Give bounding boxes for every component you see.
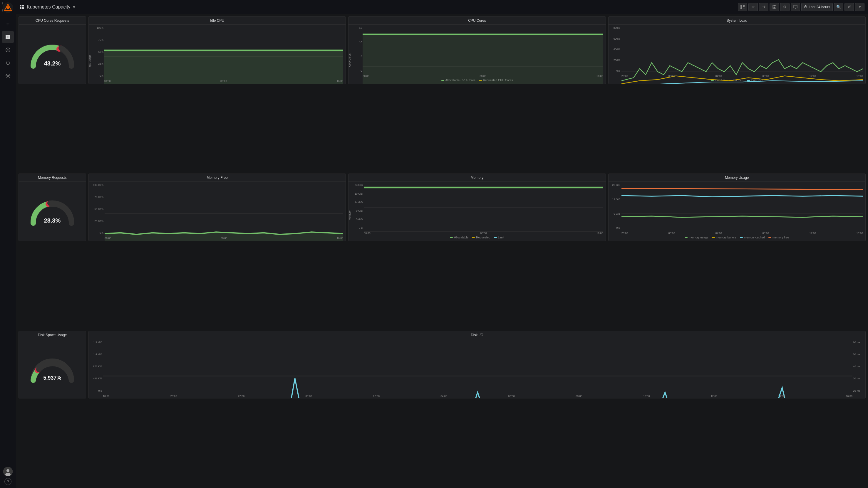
topbar-title: Kubernetes Capacity ▾	[20, 4, 75, 10]
refresh-dropdown[interactable]: ▾	[855, 3, 865, 11]
panel-title: Memory Requests	[19, 174, 86, 182]
panel-disk-io: Disk I/O 1.9 MiB1.4 MiB977 KiB488 KiB0 B…	[88, 331, 866, 398]
panel-title: Idle CPU	[89, 17, 346, 25]
panel-title: CPU Cores Requests	[19, 17, 86, 25]
chart-container: 28 GiB19 GiB9 GiB0 B	[610, 184, 864, 235]
sidebar-item-alerting[interactable]	[2, 57, 14, 69]
time-label: Last 24 hours	[809, 5, 830, 9]
chart-container: 1.9 MiB1.4 MiB977 KiB488 KiB0 B 60 ms50 …	[90, 341, 864, 397]
chart-svg	[103, 341, 852, 398]
panel-body: 28.3%	[19, 182, 86, 241]
gauge: 28.3%	[29, 197, 76, 226]
chart-container: CPU Cores 151050	[350, 26, 604, 77]
panel-title: Memory	[348, 174, 605, 182]
panel-title: Disk Space Usage	[19, 331, 86, 339]
svg-rect-2	[6, 35, 8, 37]
y-axis-label: CPU Cores	[348, 54, 351, 67]
gauge: 5.937%	[29, 354, 76, 383]
panel-body: 800%600%400%200%0%	[609, 25, 865, 84]
panel-body: 1.9 MiB1.4 MiB977 KiB488 KiB0 B 60 ms50 …	[89, 339, 865, 398]
panel-title: Disk I/O	[89, 331, 865, 339]
svg-rect-21	[773, 7, 775, 8]
dashboard-grid: CPU Cores Requests 43.2%	[16, 14, 868, 488]
y-labels-left: 1.9 MiB1.4 MiB977 KiB488 KiB0 B	[90, 341, 102, 392]
svg-rect-22	[773, 5, 775, 6]
panel-body: cpu usage 100%75%50%25%0%	[89, 25, 346, 84]
panel-title: Memory Free	[89, 174, 346, 182]
y-axis-label: cpu usage	[89, 55, 91, 67]
share-btn[interactable]	[759, 3, 768, 11]
y-labels-right: 60 ms50 ms40 ms30 ms20 ms	[853, 341, 864, 392]
sidebar-item-configuration[interactable]	[2, 70, 14, 82]
app-logo[interactable]	[3, 2, 13, 13]
panel-body: 43.2%	[19, 25, 86, 84]
chart-container: 800%600%400%200%0%	[610, 26, 864, 77]
sidebar-bottom: ?	[3, 467, 12, 486]
svg-rect-17	[743, 5, 745, 7]
x-labels: 20:0000:0004:0008:0012:0016:00	[621, 74, 863, 77]
svg-text:5.937%: 5.937%	[43, 375, 61, 381]
svg-point-14	[6, 469, 9, 472]
svg-marker-30	[104, 50, 343, 84]
svg-rect-5	[8, 37, 10, 39]
avatar[interactable]	[3, 467, 12, 476]
x-labels: 20:0000:0004:0008:0012:0016:00	[621, 232, 863, 235]
settings-btn[interactable]: ⚙	[780, 3, 789, 11]
y-labels: 151050	[354, 26, 362, 72]
svg-rect-18	[741, 7, 742, 9]
svg-rect-16	[741, 5, 742, 7]
chart-svg	[104, 26, 343, 84]
y-labels: 100%75%50%25%0%	[94, 26, 103, 77]
panel-body: 5.937%	[19, 339, 86, 398]
sidebar-item-explore[interactable]	[2, 44, 14, 56]
grid-icon	[20, 5, 24, 9]
svg-text:28.3%: 28.3%	[44, 217, 61, 224]
chart-container: cpu usage 100%75%50%25%0%	[90, 26, 344, 83]
y-labels: 28 GiB19 GiB9 GiB0 B	[610, 184, 620, 229]
sidebar-item-add[interactable]: +	[2, 18, 14, 30]
add-panel-btn[interactable]	[738, 3, 747, 11]
sidebar-item-help[interactable]: ?	[4, 478, 11, 485]
save-btn[interactable]	[770, 3, 779, 11]
search-btn[interactable]: 🔍	[834, 3, 843, 11]
panel-cpu-cores-requests: CPU Cores Requests 43.2%	[19, 17, 86, 84]
chart-container: Memory 23 GiB19 GiB14 GiB9 GiB5 GiB0 B	[350, 184, 604, 235]
gauge: 43.2%	[29, 40, 76, 69]
x-labels: 00:0008:0016:00	[363, 74, 603, 77]
svg-point-7	[7, 49, 8, 51]
x-labels: 18:0020:0022:0000:0002:0004:0006:0008:00…	[103, 395, 852, 397]
dashboard-title: Kubernetes Capacity	[27, 4, 70, 10]
panel-title: CPU Cores	[348, 17, 605, 25]
y-labels: 800%600%400%200%0%	[610, 26, 620, 72]
panel-body: 100.00%75.00%50.00%25.00%0% 00:0008:0016…	[89, 182, 346, 241]
panel-title: System Load	[609, 17, 865, 25]
main-content: Kubernetes Capacity ▾ ☆	[16, 0, 868, 488]
sidebar: +	[0, 0, 16, 488]
panel-memory-usage: Memory Usage 28 GiB19 GiB9 GiB0 B	[608, 173, 866, 241]
topbar: Kubernetes Capacity ▾ ☆	[16, 0, 868, 14]
panel-body: Memory 23 GiB19 GiB14 GiB9 GiB5 GiB0 B	[348, 182, 605, 241]
y-axis-label: Memory	[348, 210, 351, 220]
sidebar-item-dashboard[interactable]	[2, 31, 14, 43]
display-btn[interactable]	[791, 3, 800, 11]
x-labels: 00:0008:0016:00	[364, 232, 603, 235]
svg-rect-23	[794, 5, 797, 8]
chart-container: 100.00%75.00%50.00%25.00%0% 00:0008:0016…	[90, 184, 344, 239]
panel-body: 28 GiB19 GiB9 GiB0 B	[609, 182, 865, 241]
panel-body: CPU Cores 151050	[348, 25, 605, 84]
time-picker[interactable]: ⏱ Last 24 hours	[801, 3, 833, 11]
panel-system-load: System Load 800%600%400%200%0%	[608, 17, 866, 84]
panel-memory-requests: Memory Requests 28.3%	[19, 173, 86, 241]
svg-rect-20	[744, 7, 745, 8]
refresh-btn[interactable]: ↺	[844, 3, 854, 11]
svg-point-15	[5, 473, 10, 476]
svg-rect-3	[8, 35, 10, 37]
panel-memory-free: Memory Free 100.00%75.00%50.00%25.00%0%	[88, 173, 346, 241]
x-labels: 00:0008:0016:00	[104, 79, 343, 83]
svg-rect-4	[6, 37, 8, 39]
panel-disk-space-usage: Disk Space Usage 5.937%	[19, 331, 86, 398]
svg-point-1	[6, 6, 9, 9]
star-btn[interactable]: ☆	[748, 3, 758, 11]
clock-icon: ⏱	[804, 5, 807, 9]
title-dropdown[interactable]: ▾	[73, 4, 75, 10]
